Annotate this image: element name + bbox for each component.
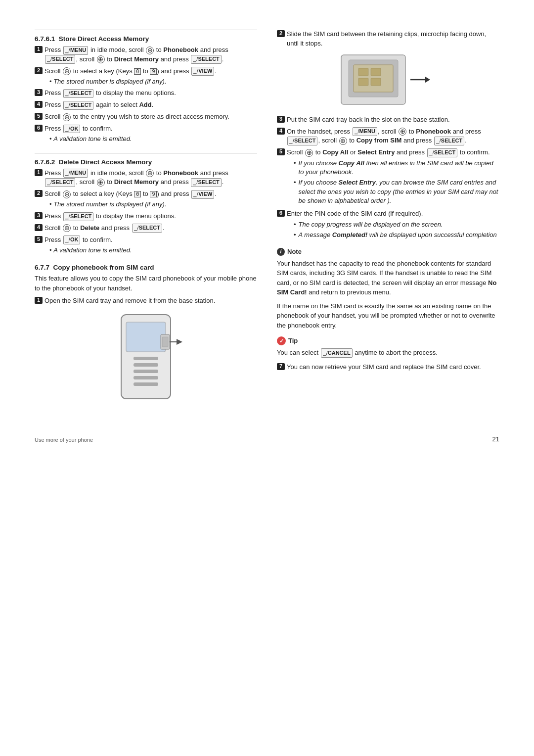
- select-key: ⎯/SELECT: [45, 55, 75, 64]
- step-762-5: 5 Press ⎯/OK to confirm. • A validation …: [35, 236, 257, 255]
- note-box: i Note Your handset has the capacity to …: [277, 247, 499, 330]
- step-num-677-4: 4: [277, 128, 285, 135]
- step-762-1: 1 Press ⎯/MENU in idle mode, scroll to P…: [35, 169, 257, 188]
- section-762: 6.7.6.2 Delete Direct Access Memory 1 Pr…: [35, 153, 257, 255]
- select-677-4a: ⎯/SELECT: [287, 137, 317, 145]
- step-761-4: 4 Press ⎯/SELECT again to select Add.: [35, 100, 257, 110]
- key-9-762: 9: [150, 191, 157, 197]
- select-762-4: ⎯/SELECT: [132, 224, 162, 233]
- step-677-4-content: On the handset, press ⎯/MENU, scroll to …: [287, 127, 499, 146]
- svg-rect-13: [358, 68, 368, 76]
- footer-text: Use more of your phone: [35, 437, 93, 443]
- step-677-5: 5 Scroll to Copy All or Select Entry and…: [277, 148, 499, 207]
- step-677-3: 3 Put the SIM card tray back in the slot…: [277, 115, 499, 125]
- step-num-762-3: 3: [35, 212, 43, 219]
- scroll-762-3: [63, 190, 71, 198]
- svg-rect-1: [126, 322, 166, 352]
- scroll-icon: [146, 47, 154, 54]
- step-677-1: 1 Open the SIM card tray and remove it f…: [35, 296, 257, 306]
- step-num-677-1: 1: [35, 297, 43, 304]
- step-677-6: 6 Enter the PIN code of the SIM card (if…: [277, 209, 499, 241]
- scroll-677-5: [305, 149, 313, 157]
- step-677-6-notes: The copy progress will be displayed on t…: [294, 220, 499, 239]
- step-num-677-5: 5: [277, 148, 285, 155]
- step-677-5-content: Scroll to Copy All or Select Entry and p…: [287, 148, 499, 207]
- tip-title: Tip: [288, 336, 298, 346]
- select-key2: ⎯/SELECT: [191, 55, 221, 64]
- section-677-title: 6.7.7 Copy phonebook from SIM card: [35, 264, 257, 271]
- section-677-steps-left: 1 Open the SIM card tray and remove it f…: [35, 296, 257, 306]
- step-num-6: 6: [35, 125, 43, 132]
- step-num-1: 1: [35, 46, 43, 53]
- step-762-4-content: Scroll to Delete and press ⎯/SELECT.: [44, 224, 257, 233]
- section-677-intro: This feature allows you to copy the SIM …: [35, 274, 257, 293]
- svg-rect-4: [134, 370, 158, 373]
- step-677-5-note1: If you choose Copy All then all entries …: [294, 159, 499, 177]
- section-762-steps: 1 Press ⎯/MENU in idle mode, scroll to P…: [35, 169, 257, 255]
- svg-rect-5: [134, 376, 158, 379]
- page-content: 6.7.6.1 Store Direct Access Memory 1 Pre…: [35, 30, 499, 416]
- step-677-2-content: Slide the SIM card between the retaining…: [287, 30, 499, 48]
- step-761-6-content: Press ⎯/OK to confirm. • A validation to…: [44, 124, 257, 144]
- step-num-762-2: 2: [35, 190, 43, 197]
- step-num-677-7: 7: [277, 363, 285, 370]
- section-761-steps: 1 Press ⎯/MENU in idle mode, scroll to P…: [35, 46, 257, 144]
- step-677-2: 2 Slide the SIM card between the retaini…: [277, 30, 499, 48]
- note-text-1: Your handset has the capacity to read th…: [277, 259, 499, 297]
- section-761-title: 6.7.6.1 Store Direct Access Memory: [35, 35, 257, 43]
- view-key: ⎯/VIEW: [191, 67, 214, 76]
- note-icon: i: [277, 248, 285, 256]
- phone-svg: [106, 310, 185, 409]
- step-761-5-content: Scroll to the entry you wish to store as…: [44, 112, 257, 122]
- page-number: 21: [492, 435, 499, 443]
- menu-key-762: ⎯/MENU: [63, 169, 88, 178]
- ok-key: ⎯/OK: [63, 125, 81, 134]
- step-762-5-note: • A validation tone is emitted.: [49, 246, 257, 255]
- section-677-step7: 7 You can now retrieve your SIM card and…: [277, 363, 499, 372]
- select-677-4b: ⎯/SELECT: [434, 137, 464, 145]
- key-0: 0: [134, 68, 141, 75]
- step-761-3: 3 Press ⎯/SELECT to display the menu opt…: [35, 89, 257, 98]
- step-677-3-content: Put the SIM card tray back in the slot o…: [287, 115, 499, 125]
- scroll-762-1: [146, 169, 154, 177]
- svg-rect-14: [371, 68, 381, 76]
- step-677-6-note2: A message Completed! will be displayed u…: [294, 231, 499, 239]
- page-footer: Use more of your phone 21: [35, 435, 499, 443]
- step-761-1: 1 Press ⎯/MENU in idle mode, scroll to P…: [35, 46, 257, 64]
- step-677-6-content: Enter the PIN code of the SIM card (if r…: [287, 209, 499, 241]
- step-num-4: 4: [35, 101, 43, 108]
- select-762-3: ⎯/SELECT: [63, 212, 93, 221]
- scroll-677-4b: [339, 137, 347, 145]
- sim-card-svg: [339, 52, 438, 109]
- section-677-steps-right: 2 Slide the SIM card between the retaini…: [277, 30, 499, 48]
- step-762-3: 3 Press ⎯/SELECT to display the menu opt…: [35, 212, 257, 221]
- step-761-1-content: Press ⎯/MENU in idle mode, scroll to Pho…: [44, 46, 257, 64]
- step-num-762-1: 1: [35, 169, 43, 176]
- step-762-1-content: Press ⎯/MENU in idle mode, scroll to Pho…: [44, 169, 257, 188]
- section-762-title: 6.7.6.2 Delete Direct Access Memory: [35, 158, 257, 166]
- svg-rect-15: [358, 78, 368, 86]
- page-wrapper: 6.7.6.1 Store Direct Access Memory 1 Pre…: [35, 30, 499, 443]
- step-761-6: 6 Press ⎯/OK to confirm. • A validation …: [35, 124, 257, 144]
- ok-762: ⎯/OK: [63, 236, 81, 244]
- step-num-5: 5: [35, 113, 43, 120]
- step-677-6-note1: The copy progress will be displayed on t…: [294, 220, 499, 229]
- step-761-2-content: Scroll to select a key (Keys 0 to 9) and…: [44, 67, 257, 87]
- svg-rect-16: [371, 78, 381, 86]
- step-num-677-2: 2: [277, 30, 285, 37]
- step-677-7: 7 You can now retrieve your SIM card and…: [277, 363, 499, 372]
- scroll-677-4: [399, 128, 406, 136]
- step-677-5-note2: If you choose Select Entry, you can brow…: [294, 178, 499, 205]
- key-9: 9: [150, 68, 157, 75]
- scroll-icon3: [63, 67, 71, 75]
- step-num-677-6: 6: [277, 210, 285, 217]
- scroll-762-4: [63, 224, 71, 232]
- select-key3: ⎯/SELECT: [63, 89, 93, 98]
- step-761-4-content: Press ⎯/SELECT again to select Add.: [44, 100, 257, 110]
- right-column: 2 Slide the SIM card between the retaini…: [277, 30, 499, 416]
- step-761-2: 2 Scroll to select a key (Keys 0 to 9) a…: [35, 67, 257, 87]
- step-677-1-content: Open the SIM card tray and remove it fro…: [44, 296, 257, 306]
- menu-677-4: ⎯/MENU: [353, 127, 377, 136]
- step-num-3: 3: [35, 89, 43, 96]
- select-762-2: ⎯/SELECT: [191, 178, 221, 187]
